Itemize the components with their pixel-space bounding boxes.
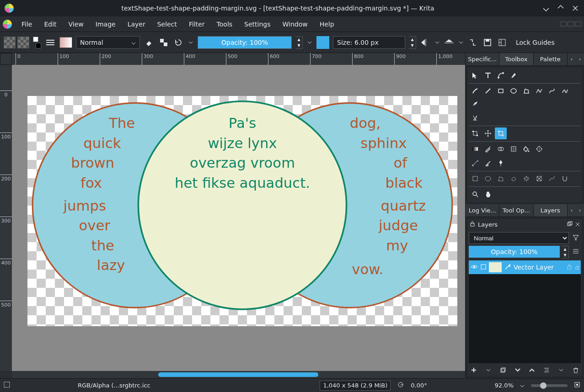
canvas-viewport[interactable]: The quick brown fox jumps over the lazy … — [12, 65, 465, 371]
tab-scroll-left-icon[interactable]: ‹ — [568, 53, 576, 65]
blend-mode-select[interactable]: Normal — [76, 36, 140, 49]
opacity-slider[interactable]: Opacity: 100% — [198, 36, 292, 49]
menu-help[interactable]: Help — [314, 18, 340, 30]
layer-opacity-slider[interactable]: Opacity: 100% — [469, 246, 560, 258]
preserve-alpha-icon[interactable] — [158, 37, 169, 48]
tab-layers[interactable]: Layers — [534, 204, 568, 217]
tab-scroll-right-icon[interactable]: › — [576, 53, 584, 65]
tool-zoom-icon[interactable] — [469, 188, 481, 200]
menu-view[interactable]: View — [63, 18, 90, 30]
tool-assistants-icon[interactable] — [533, 143, 545, 155]
chevron-down-icon[interactable] — [188, 37, 194, 48]
tab-specific-color[interactable]: Specific... — [466, 53, 499, 65]
add-layer-button[interactable] — [469, 365, 479, 375]
tool-transform-icon[interactable] — [469, 127, 481, 139]
tool-freehand-path-icon[interactable] — [559, 85, 571, 97]
add-layer-menu-icon[interactable] — [483, 365, 493, 375]
float-docker-icon[interactable] — [567, 221, 573, 228]
tool-smart-patch-icon[interactable] — [508, 143, 520, 155]
brush-settings-icon[interactable] — [45, 37, 56, 48]
mirror-horizontal-icon[interactable] — [420, 37, 431, 48]
layer-row[interactable]: Vector Layer α — [469, 260, 581, 274]
mdi-maximize-button[interactable] — [568, 21, 574, 26]
reload-brush-icon[interactable] — [173, 37, 184, 48]
tab-tool-options[interactable]: Tool Op... — [499, 204, 533, 217]
mdi-minimize-button[interactable] — [560, 21, 567, 26]
menu-select[interactable]: Select — [151, 18, 183, 30]
mirror-vertical-icon[interactable] — [444, 37, 455, 48]
tool-ellipse-icon[interactable] — [508, 85, 520, 97]
canvas-dimensions[interactable]: 1,040 x 548 (2.9 MiB) — [320, 381, 391, 391]
tab-log-viewer[interactable]: Log Vie... — [466, 204, 499, 217]
tool-pan-icon[interactable] — [482, 188, 494, 200]
tool-select-similar-icon[interactable] — [533, 173, 545, 185]
zoom-menu-icon[interactable] — [520, 382, 525, 389]
brush-size-stepper[interactable]: ▲▼ — [409, 36, 416, 49]
layer-alpha-icon[interactable]: α — [575, 264, 579, 271]
tool-colorize-mask-icon[interactable] — [495, 143, 507, 155]
filter-layers-icon[interactable] — [571, 232, 581, 243]
tool-line-icon[interactable] — [482, 85, 494, 97]
layer-name[interactable]: Vector Layer — [514, 264, 564, 271]
current-color-chip[interactable] — [316, 36, 329, 49]
wraparound-icon[interactable] — [467, 37, 478, 48]
horizontal-scrollbar[interactable] — [12, 371, 465, 378]
tool-select-freehand-icon[interactable] — [508, 173, 520, 185]
fg-bg-color-swatch[interactable] — [33, 37, 41, 48]
tool-polyline-icon[interactable] — [533, 85, 545, 97]
tool-dynamic-brush-icon[interactable] — [469, 98, 481, 110]
rotation-value[interactable]: 0.00° — [411, 382, 427, 389]
tool-fill-icon[interactable] — [520, 143, 532, 155]
tool-brush-icon[interactable] — [469, 85, 481, 97]
horizontal-ruler[interactable]: 0 100 200 300 400 500 600 700 800 900 1,… — [12, 53, 465, 65]
rotation-icon[interactable] — [397, 381, 404, 390]
tool-select-contiguous-icon[interactable] — [520, 173, 532, 185]
layer-properties-menu-icon[interactable] — [556, 365, 566, 375]
move-layer-up-button[interactable] — [527, 365, 537, 375]
chevron-down-icon[interactable] — [458, 37, 464, 48]
tool-color-picker-icon[interactable] — [482, 143, 494, 155]
tool-pin-icon[interactable] — [495, 157, 507, 169]
layer-list[interactable]: Vector Layer α — [469, 260, 581, 363]
tool-measure-icon[interactable] — [469, 157, 481, 169]
tool-rectangle-icon[interactable] — [495, 85, 507, 97]
layer-lock-icon[interactable] — [567, 264, 572, 271]
move-layer-down-button[interactable] — [513, 365, 523, 375]
menu-layer[interactable]: Layer — [122, 18, 151, 30]
tool-select-polygon-icon[interactable] — [495, 173, 507, 185]
tool-gradient-icon[interactable] — [469, 143, 481, 155]
menu-filter[interactable]: Filter — [183, 18, 211, 30]
layer-blend-mode-select[interactable]: Normal — [469, 232, 569, 244]
gradient-pattern-swatches[interactable] — [4, 37, 29, 48]
pattern-swatch-icon[interactable] — [17, 37, 29, 48]
tool-move-layer-icon[interactable] — [482, 127, 494, 139]
window-minimize-button[interactable] — [542, 4, 550, 12]
mdi-close-button[interactable] — [575, 21, 581, 26]
brush-preset-thumb[interactable] — [59, 37, 72, 48]
lock-icon[interactable] — [470, 221, 475, 228]
menu-image[interactable]: Image — [90, 18, 122, 30]
tool-multibrush-icon[interactable] — [469, 112, 481, 124]
canvas[interactable]: The quick brown fox jumps over the lazy … — [27, 96, 457, 326]
chevron-down-icon[interactable] — [434, 37, 440, 48]
layer-visible-icon[interactable] — [471, 264, 478, 271]
zoom-slider-knob[interactable] — [540, 382, 546, 389]
selection-status-icon[interactable] — [4, 381, 10, 389]
close-docker-icon[interactable] — [575, 221, 580, 228]
color-profile-label[interactable]: RGB/Alpha (...srgbtrc.icc — [78, 382, 150, 389]
workspace-icon[interactable] — [497, 37, 508, 48]
tool-crop-icon[interactable] — [495, 127, 507, 139]
duplicate-layer-button[interactable] — [498, 365, 508, 375]
tool-bezier-icon[interactable] — [546, 85, 558, 97]
layer-options-icon[interactable] — [571, 246, 581, 257]
tab-scroll-left-icon[interactable]: ‹ — [568, 204, 576, 217]
menu-settings[interactable]: Settings — [238, 18, 276, 30]
tab-palette[interactable]: Palette — [534, 53, 568, 65]
tool-edit-shapes-icon[interactable] — [495, 69, 507, 81]
menu-tools[interactable]: Tools — [211, 18, 239, 30]
tab-toolbox[interactable]: Toolbox — [499, 53, 533, 65]
tool-move-icon[interactable] — [469, 69, 481, 81]
tool-select-bezier-icon[interactable] — [546, 173, 558, 185]
delete-layer-button[interactable] — [571, 365, 581, 375]
menu-file[interactable]: File — [16, 18, 38, 30]
